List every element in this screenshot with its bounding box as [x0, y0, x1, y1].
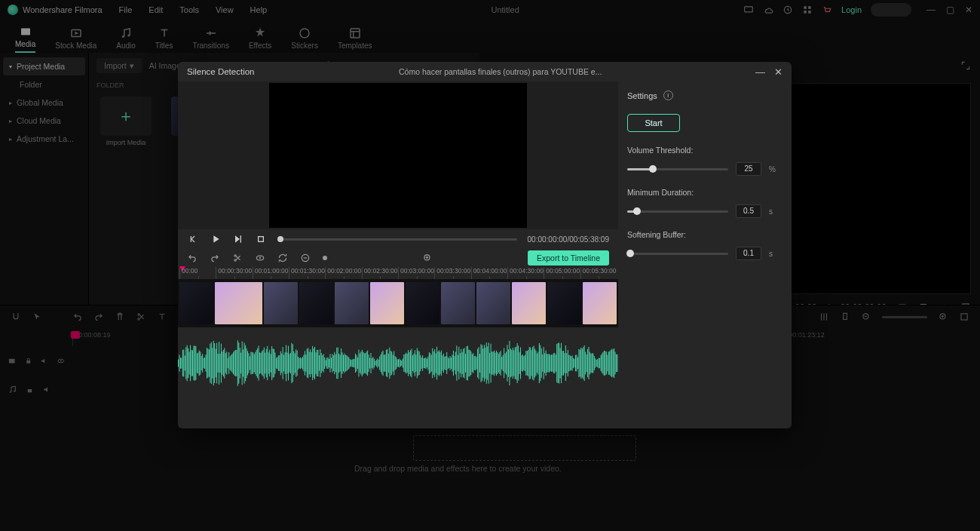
- svg-rect-357: [525, 355, 525, 371]
- svg-rect-275: [434, 349, 435, 377]
- svg-rect-389: [560, 348, 561, 378]
- play-icon[interactable]: [210, 233, 222, 245]
- softening-buffer-slider[interactable]: [627, 253, 728, 255]
- svg-rect-43: [179, 355, 179, 371]
- svg-rect-210: [363, 352, 363, 375]
- svg-rect-179: [329, 359, 329, 367]
- svg-rect-400: [572, 355, 573, 370]
- svg-rect-96: [237, 340, 238, 385]
- svg-rect-174: [323, 354, 324, 372]
- svg-point-38: [259, 257, 261, 259]
- stop-icon[interactable]: [255, 233, 267, 245]
- svg-rect-214: [367, 351, 368, 376]
- zoom-in-icon[interactable]: [422, 253, 433, 263]
- svg-rect-281: [441, 351, 442, 376]
- modal-close[interactable]: ✕: [774, 66, 782, 78]
- svg-rect-390: [561, 343, 562, 383]
- modal-scrub[interactable]: [277, 238, 517, 241]
- ruler-tick: 00:04:30:00: [507, 267, 544, 279]
- svg-rect-220: [374, 359, 375, 368]
- modal-preview-video[interactable]: [269, 83, 527, 228]
- svg-rect-161: [309, 352, 310, 375]
- minimum-duration-unit: s: [769, 207, 778, 216]
- svg-rect-260: [418, 351, 418, 376]
- svg-rect-187: [338, 348, 338, 379]
- svg-rect-157: [305, 351, 305, 375]
- svg-rect-73: [212, 348, 213, 379]
- svg-rect-160: [308, 348, 308, 378]
- svg-rect-382: [552, 355, 553, 372]
- svg-rect-391: [562, 351, 562, 376]
- svg-rect-169: [317, 350, 318, 376]
- play-next-icon[interactable]: [232, 233, 244, 245]
- refresh-icon[interactable]: [277, 253, 288, 263]
- svg-rect-285: [446, 356, 446, 370]
- svg-rect-424: [599, 358, 599, 369]
- modal-title: Silence Detection: [187, 67, 255, 76]
- svg-rect-182: [332, 354, 332, 372]
- svg-rect-109: [252, 352, 253, 374]
- svg-rect-61: [199, 351, 200, 376]
- svg-rect-267: [425, 358, 426, 369]
- svg-rect-82: [222, 351, 222, 374]
- clip-thumb: [264, 282, 298, 324]
- minimum-duration-slider[interactable]: [627, 210, 728, 213]
- softening-buffer-value[interactable]: 0.1: [736, 247, 761, 260]
- svg-rect-299: [461, 349, 461, 378]
- svg-rect-108: [250, 351, 251, 374]
- svg-rect-103: [245, 345, 246, 382]
- svg-rect-331: [496, 351, 497, 376]
- svg-rect-63: [201, 356, 202, 370]
- volume-threshold-slider[interactable]: [627, 168, 728, 170]
- svg-rect-399: [571, 356, 571, 370]
- cut-icon[interactable]: [232, 253, 243, 263]
- svg-rect-65: [204, 358, 204, 369]
- svg-rect-248: [405, 354, 406, 372]
- svg-rect-234: [389, 348, 390, 379]
- svg-rect-277: [436, 347, 437, 380]
- modal-thumbnail-track[interactable]: [178, 279, 618, 327]
- svg-rect-346: [513, 348, 513, 379]
- info-icon[interactable]: i: [663, 91, 673, 100]
- minimum-duration-value[interactable]: 0.5: [736, 204, 761, 218]
- svg-rect-408: [580, 348, 581, 379]
- svg-rect-350: [517, 343, 518, 383]
- start-button[interactable]: Start: [627, 114, 680, 132]
- svg-rect-364: [532, 347, 533, 379]
- svg-rect-87: [228, 358, 228, 368]
- svg-rect-427: [602, 354, 602, 373]
- eye-icon[interactable]: [255, 253, 265, 263]
- svg-rect-441: [617, 355, 617, 372]
- svg-rect-393: [564, 353, 565, 373]
- undo-icon[interactable]: [187, 253, 198, 263]
- svg-rect-176: [326, 360, 326, 366]
- svg-rect-363: [531, 350, 532, 376]
- svg-rect-195: [346, 355, 347, 371]
- modal-waveform[interactable]: [178, 327, 618, 428]
- svg-rect-88: [228, 352, 229, 374]
- export-timeline-button[interactable]: Export to Timeline: [528, 250, 609, 266]
- minus-icon[interactable]: [300, 253, 311, 263]
- svg-rect-133: [278, 355, 279, 371]
- svg-rect-178: [328, 358, 329, 369]
- svg-rect-279: [439, 350, 439, 376]
- svg-rect-369: [537, 352, 538, 375]
- redo-icon[interactable]: [210, 253, 220, 263]
- svg-rect-314: [477, 349, 478, 378]
- step-back-icon[interactable]: [187, 233, 199, 245]
- ruler-tick: 00:02:00:00: [325, 267, 361, 279]
- silence-detection-modal: Silence Detection Cómo hacer pantallas f…: [178, 62, 792, 428]
- svg-rect-361: [529, 347, 530, 379]
- svg-rect-235: [390, 351, 391, 376]
- svg-rect-199: [351, 360, 351, 367]
- svg-rect-297: [458, 347, 459, 379]
- svg-rect-175: [324, 358, 325, 369]
- svg-rect-228: [383, 351, 384, 376]
- clip-thumb: [441, 282, 475, 324]
- modal-ruler[interactable]: 00:00 00:00:30:00 00:01:00:00 00:01:30:0…: [178, 267, 618, 279]
- svg-rect-283: [443, 354, 444, 373]
- svg-rect-165: [314, 348, 314, 378]
- modal-minimize[interactable]: ―: [755, 66, 765, 78]
- svg-rect-352: [519, 352, 520, 374]
- volume-threshold-value[interactable]: 25: [736, 162, 761, 176]
